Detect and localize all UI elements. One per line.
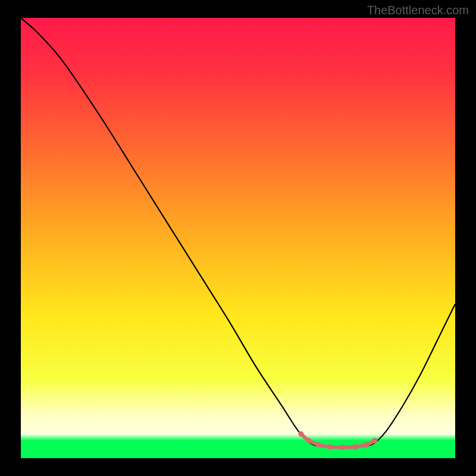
watermark-text: TheBottleneck.com [367, 4, 469, 17]
plot-area [21, 18, 455, 458]
highlight-dot [364, 442, 369, 447]
chart-container: TheBottleneck.com [0, 0, 476, 476]
bottleneck-chart [21, 18, 455, 458]
highlight-dot [306, 438, 311, 443]
highlight-dot [316, 442, 321, 447]
highlight-dot [372, 438, 377, 443]
gradient-background [21, 18, 455, 458]
highlight-dot [340, 444, 345, 450]
highlight-dot [298, 431, 303, 437]
highlight-dot [327, 444, 332, 449]
highlight-dot [353, 444, 358, 449]
